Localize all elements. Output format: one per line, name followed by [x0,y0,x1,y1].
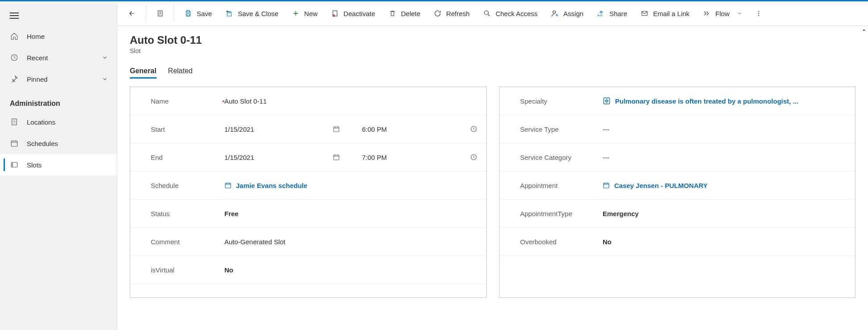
field-value: No [603,238,612,246]
building-icon [10,117,19,126]
refresh-icon [434,9,442,17]
field-value: Emergency [603,210,639,217]
calendar-icon[interactable] [333,154,340,161]
email-link-label: Email a Link [653,10,690,17]
calendar-icon [603,182,610,189]
clock-icon[interactable] [470,154,477,161]
start-time-value: 6:00 PM [362,125,387,133]
back-arrow-icon [128,9,136,17]
assign-icon [551,9,559,17]
svg-rect-18 [334,155,339,160]
field-label: Start [151,125,224,133]
field-label: Service Type [520,125,603,133]
svg-rect-23 [603,183,609,188]
field-label: Status [151,210,224,217]
field-comment[interactable]: Comment Auto-Generated Slot [130,228,486,256]
calendar-icon [10,139,19,148]
end-date-value: 1/15/2021 [224,154,254,161]
save-close-label: Save & Close [238,10,278,17]
scrollbar[interactable] [860,26,868,330]
slot-icon [10,160,19,169]
share-button[interactable]: Share [591,4,633,22]
sidebar: Home Recent Pinned Admin [0,1,117,330]
tabs: General Related [130,67,856,79]
new-button[interactable]: New [285,4,324,22]
tab-related[interactable]: Related [168,67,193,79]
more-vertical-icon [755,9,763,17]
field-appointment-type[interactable]: AppointmentType Emergency [500,200,855,228]
sidebar-item-recent[interactable]: Recent [0,47,117,68]
page-subtitle: Slot [130,47,856,54]
email-link-button[interactable]: Email a Link [634,4,696,22]
general-left-panel: Name Auto Slot 0-11 Start 1/15/2021 [130,87,487,298]
divider [146,5,146,22]
general-right-panel: Specialty Pulmonary disease is often tre… [499,87,856,298]
field-appointment[interactable]: Appointment Casey Jensen - PULMONARY [500,171,855,200]
appointment-link[interactable]: Casey Jensen - PULMONARY [614,182,708,189]
field-label: Schedule [151,182,224,189]
tab-general[interactable]: General [130,67,157,79]
chevron-down-icon [102,76,108,82]
field-label: End [151,154,224,161]
sidebar-item-label: Locations [27,118,108,126]
check-access-label: Check Access [496,10,537,17]
field-service-type[interactable]: Service Type --- [500,115,855,143]
field-specialty[interactable]: Specialty Pulmonary disease is often tre… [500,87,855,115]
delete-button[interactable]: Delete [382,4,426,22]
field-name[interactable]: Name Auto Slot 0-11 [130,87,486,115]
check-access-button[interactable]: Check Access [477,4,544,22]
calendar-icon[interactable] [333,125,340,133]
share-icon [597,9,605,17]
sidebar-item-slots[interactable]: Slots [0,154,117,175]
sidebar-item-pinned[interactable]: Pinned [0,68,117,90]
save-close-button[interactable]: Save & Close [219,4,285,22]
clock-icon[interactable] [470,125,477,133]
chevron-down-icon [737,11,742,16]
flow-label: Flow [715,10,730,17]
field-value: Auto-Generated Slot [224,238,285,246]
svg-rect-12 [642,11,647,15]
field-end[interactable]: End 1/15/2021 7:00 PM [130,143,486,171]
save-button[interactable]: Save [178,4,218,22]
back-button[interactable] [122,4,142,22]
schedule-link[interactable]: Jamie Evans schedule [236,182,307,189]
svg-rect-16 [334,127,339,132]
field-label: Comment [151,238,224,246]
sidebar-item-locations[interactable]: Locations [0,111,117,133]
field-label: Service Category [520,154,603,161]
sidebar-item-home[interactable]: Home [0,25,117,47]
field-value: Free [224,210,239,217]
svg-rect-6 [187,14,189,16]
document-button[interactable] [150,4,170,22]
save-icon [184,9,192,17]
pin-icon [10,75,19,84]
svg-rect-2 [11,141,17,146]
field-label: Overbooked [520,238,603,246]
field-overbooked[interactable]: Overbooked No [500,228,855,256]
specialty-link[interactable]: Pulmonary disease is often treated by a … [615,97,798,105]
page-title: Auto Slot 0-11 [130,34,856,46]
sidebar-item-label: Schedules [27,140,108,147]
hamburger-menu-icon[interactable] [10,10,21,21]
assign-button[interactable]: Assign [545,4,590,22]
refresh-label: Refresh [446,10,470,17]
field-status[interactable]: Status Free [130,200,486,228]
flow-button[interactable]: Flow [697,4,748,22]
field-schedule[interactable]: Schedule Jamie Evans schedule [130,171,486,200]
field-isvirtual[interactable]: isVirtual No [130,256,486,284]
overflow-button[interactable] [749,4,768,22]
search-icon [483,9,491,17]
email-icon [641,9,649,17]
svg-rect-7 [228,12,231,13]
document-icon [156,9,164,17]
svg-point-13 [758,11,759,12]
sidebar-item-schedules[interactable]: Schedules [0,133,117,154]
refresh-button[interactable]: Refresh [427,4,476,22]
field-label: Name [151,97,224,105]
svg-rect-21 [603,98,610,104]
deactivate-button[interactable]: Deactivate [325,4,381,22]
field-service-category[interactable]: Service Category --- [500,143,855,171]
specialty-icon [603,97,611,105]
plus-icon [292,9,300,17]
field-start[interactable]: Start 1/15/2021 6:00 PM [130,115,486,143]
